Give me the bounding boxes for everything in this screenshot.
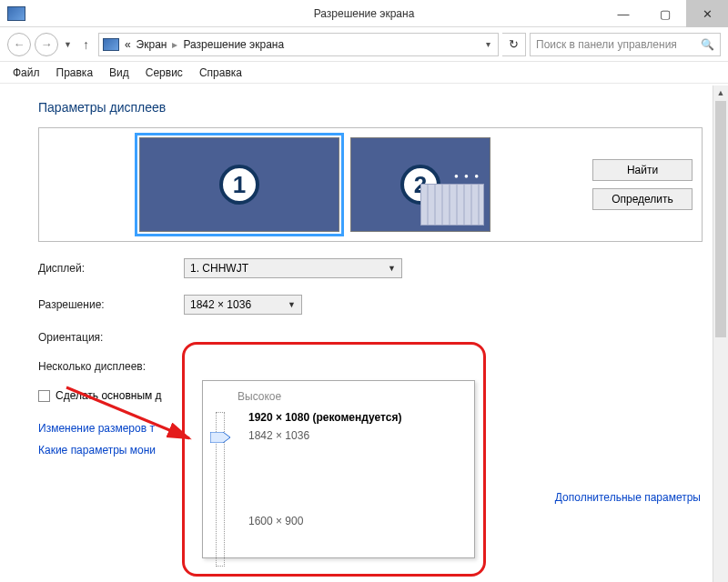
multi-display-row: Несколько дисплеев: bbox=[38, 360, 703, 373]
address-dropdown-icon[interactable]: ▾ bbox=[482, 39, 494, 49]
monitor-1[interactable]: 1 bbox=[139, 137, 339, 232]
multi-display-label: Несколько дисплеев: bbox=[38, 360, 184, 373]
maximize-button[interactable]: ▢ bbox=[644, 0, 686, 27]
breadcrumb-chevrons: « bbox=[125, 38, 131, 51]
page-heading: Параметры дисплеев bbox=[38, 100, 703, 115]
search-input[interactable]: Поиск в панели управления 🔍 bbox=[530, 33, 721, 56]
chevron-down-icon: ▼ bbox=[288, 300, 296, 309]
find-button[interactable]: Найти bbox=[592, 159, 693, 181]
display-row: Дисплей: 1. CHHWJT ▼ bbox=[38, 258, 703, 278]
navigation-bar: ← → ▼ ↑ « Экран ▸ Разрешение экрана ▾ ↻ … bbox=[0, 27, 728, 62]
breadcrumb-separator-icon: ▸ bbox=[172, 38, 177, 51]
resolution-option[interactable]: 1600 × 900 bbox=[248, 512, 463, 530]
monitor-dots-icon: ● ● ● bbox=[454, 172, 480, 180]
minimize-button[interactable]: — bbox=[602, 0, 644, 27]
menu-view[interactable]: Вид bbox=[109, 66, 129, 79]
resolution-dropdown-popup: Высокое 1920 × 1080 (рекомендуется) 1842… bbox=[202, 380, 475, 558]
keyboard-icon bbox=[420, 184, 484, 226]
resolution-slider-thumb[interactable] bbox=[210, 432, 230, 443]
svg-marker-0 bbox=[210, 432, 230, 443]
display-arrangement-box: 1 2 ● ● ● Найти Определить bbox=[38, 127, 703, 242]
window-controls: — ▢ ✕ bbox=[602, 0, 728, 27]
title-bar: Разрешение экрана — ▢ ✕ bbox=[0, 0, 728, 27]
resolution-option-recommended[interactable]: 1920 × 1080 (рекомендуется) bbox=[248, 408, 463, 426]
orientation-label: Ориентация: bbox=[38, 331, 184, 344]
resolution-value: 1842 × 1036 bbox=[190, 298, 251, 311]
up-button[interactable]: ↑ bbox=[77, 37, 95, 52]
resolution-option[interactable]: 1842 × 1036 bbox=[248, 426, 463, 445]
menu-service[interactable]: Сервис bbox=[146, 66, 183, 79]
breadcrumb-item[interactable]: Экран bbox=[136, 38, 167, 51]
chevron-down-icon: ▼ bbox=[388, 264, 396, 273]
resolution-category: Высокое bbox=[238, 390, 463, 403]
resolution-row: Разрешение: 1842 × 1036 ▼ bbox=[38, 295, 703, 315]
back-button[interactable]: ← bbox=[7, 33, 31, 56]
display-select[interactable]: 1. CHHWJT ▼ bbox=[184, 258, 402, 278]
make-primary-label: Сделать основным д bbox=[56, 389, 162, 402]
display-label: Дисплей: bbox=[38, 262, 184, 275]
forward-button[interactable]: → bbox=[35, 33, 58, 56]
resolution-label: Разрешение: bbox=[38, 298, 184, 311]
menu-bar: Файл Правка Вид Сервис Справка bbox=[0, 62, 728, 84]
advanced-settings-link[interactable]: Дополнительные параметры bbox=[555, 491, 701, 504]
identify-button[interactable]: Определить bbox=[592, 188, 693, 210]
search-icon: 🔍 bbox=[701, 38, 714, 51]
close-button[interactable]: ✕ bbox=[686, 0, 728, 27]
orientation-row: Ориентация: bbox=[38, 331, 703, 344]
checkbox-icon[interactable] bbox=[38, 390, 50, 402]
display-value: 1. CHHWJT bbox=[190, 262, 248, 275]
refresh-button[interactable]: ↻ bbox=[502, 33, 526, 56]
menu-file[interactable]: Файл bbox=[13, 66, 40, 79]
resolution-select[interactable]: 1842 × 1036 ▼ bbox=[184, 295, 302, 315]
address-bar[interactable]: « Экран ▸ Разрешение экрана ▾ bbox=[98, 33, 499, 56]
monitor-2[interactable]: 2 ● ● ● bbox=[350, 137, 490, 232]
menu-edit[interactable]: Правка bbox=[56, 66, 94, 79]
history-dropdown-icon[interactable]: ▼ bbox=[62, 40, 74, 49]
monitor-preview[interactable]: 1 2 ● ● ● bbox=[48, 137, 581, 232]
menu-help[interactable]: Справка bbox=[199, 66, 242, 79]
breadcrumb-item[interactable]: Разрешение экрана bbox=[183, 38, 284, 51]
location-icon bbox=[103, 38, 119, 51]
search-placeholder: Поиск в панели управления bbox=[536, 38, 677, 51]
monitor-number: 1 bbox=[219, 165, 259, 205]
